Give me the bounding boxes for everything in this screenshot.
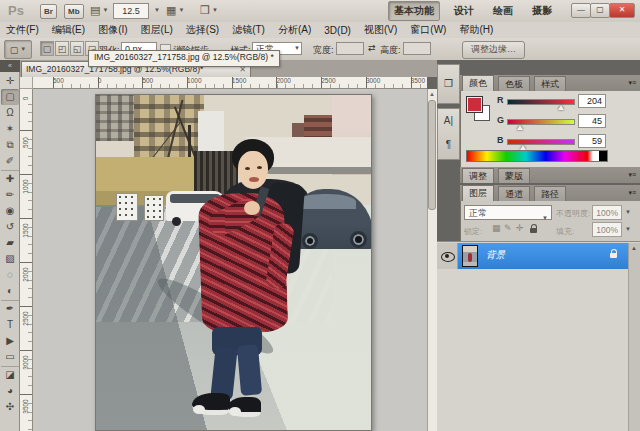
selection-mode-0[interactable]: ▢	[40, 41, 54, 56]
workspace-button-0[interactable]: 基本功能	[388, 1, 440, 21]
brush-tool[interactable]: ✏	[1, 187, 19, 203]
selection-mode-2[interactable]: ◱	[70, 41, 84, 56]
tab-color[interactable]: 颜色	[462, 75, 494, 91]
slider-marker[interactable]	[558, 105, 564, 110]
history-panel-icon[interactable]: ❐	[437, 64, 460, 104]
blend-mode-select[interactable]: 正常▼	[464, 205, 552, 220]
zoom-dropdown-icon[interactable]: ▼	[152, 4, 160, 17]
height-input[interactable]	[403, 42, 431, 55]
menu-item-6[interactable]: 分析(A)	[278, 23, 311, 37]
zoom-level-box[interactable]: 12.5	[113, 3, 149, 19]
screen-mode-icon[interactable]: ❒▼	[200, 4, 218, 17]
lock-transparent-icon[interactable]: ▦	[492, 223, 501, 233]
menu-item-7[interactable]: 3D(D)	[324, 25, 351, 36]
lock-all-icon[interactable]	[530, 228, 537, 233]
lock-image-icon[interactable]: ✎	[504, 223, 512, 233]
red-slider[interactable]	[507, 99, 575, 105]
opacity-value[interactable]: 100%	[592, 205, 622, 220]
refine-edge-button[interactable]: 调整边缘…	[462, 41, 525, 59]
crop-tool[interactable]: ⧉	[1, 137, 19, 153]
3d-rotate-tool[interactable]: ◪	[1, 366, 19, 383]
move-tool[interactable]: ✛	[1, 73, 19, 89]
eyedropper-tool[interactable]: ✐	[1, 153, 19, 169]
layers-scrollbar[interactable]	[628, 243, 640, 431]
canvas-scrollbar-thumb[interactable]	[428, 100, 436, 210]
panel-menu-icon[interactable]: ▾≡	[620, 171, 636, 179]
character-panel-icon[interactable]: A|	[438, 109, 459, 133]
eye-icon[interactable]	[441, 252, 455, 262]
panel-menu-icon[interactable]: ▾≡	[620, 79, 636, 87]
workspace-overflow-button[interactable]: »	[545, 4, 551, 16]
blue-value[interactable]: 59	[578, 134, 606, 148]
menu-item-3[interactable]: 图层(L)	[141, 23, 173, 37]
tab-swatches[interactable]: 色板	[498, 76, 530, 91]
tab-adjustments[interactable]: 调整	[462, 168, 494, 183]
menu-item-10[interactable]: 帮助(H)	[459, 23, 493, 37]
selection-mode-1[interactable]: ◰	[55, 41, 69, 56]
lock-position-icon[interactable]: ✛	[516, 223, 524, 233]
layer-row-background[interactable]	[458, 243, 628, 269]
layer-visibility-cell[interactable]	[437, 243, 458, 269]
healing-brush-tool[interactable]: ✚	[1, 170, 19, 187]
dodge-tool[interactable]: ◐	[1, 283, 19, 299]
paragraph-panel-icon[interactable]: ¶	[438, 133, 459, 157]
lasso-tool[interactable]: Ω	[1, 105, 19, 121]
workspace-button-3[interactable]: 摄影	[527, 2, 557, 20]
clone-stamp-tool[interactable]: ◉	[1, 203, 19, 219]
layer-thumbnail[interactable]	[462, 245, 478, 267]
arrange-documents-icon[interactable]: ▦▼	[166, 4, 184, 17]
menu-item-1[interactable]: 编辑(E)	[52, 23, 85, 37]
minimize-button[interactable]: —	[571, 3, 591, 18]
magic-wand-tool[interactable]: ✶	[1, 121, 19, 137]
workspace-button-1[interactable]: 设计	[449, 2, 479, 20]
panel-menu-icon[interactable]: ▾≡	[620, 189, 636, 197]
tab-masks[interactable]: 蒙版	[498, 168, 530, 183]
height-label: 高度:	[380, 44, 401, 57]
green-value[interactable]: 45	[578, 114, 606, 128]
hand-tool[interactable]: ✣	[1, 399, 19, 415]
color-spectrum-ramp[interactable]	[466, 150, 608, 162]
blur-tool[interactable]: ◌	[1, 267, 19, 283]
photoshop-logo: Ps	[8, 3, 24, 18]
fill-value[interactable]: 100%	[592, 222, 622, 237]
tab-layers[interactable]: 图层	[462, 185, 494, 201]
blue-slider[interactable]	[507, 139, 575, 145]
menu-item-5[interactable]: 滤镜(T)	[232, 23, 265, 37]
eraser-tool[interactable]: ▰	[1, 235, 19, 251]
h-ruler-label-6: 2500	[321, 77, 335, 84]
h-ruler-label-2: 500	[142, 77, 153, 84]
tab-styles[interactable]: 样式	[534, 76, 566, 91]
document-canvas[interactable]	[95, 94, 372, 431]
history-brush-tool[interactable]: ↺	[1, 219, 19, 235]
path-selection-tool[interactable]: ▶	[1, 333, 19, 349]
menu-item-8[interactable]: 视图(V)	[364, 23, 397, 37]
foreground-color-swatch[interactable]	[466, 96, 483, 113]
tools-panel-header[interactable]: «	[0, 60, 20, 72]
width-input[interactable]	[336, 42, 364, 55]
marquee-tool-preset[interactable]: ▢▼	[4, 40, 32, 59]
scroll-up-icon[interactable]: ▲	[427, 89, 437, 99]
menu-item-4[interactable]: 选择(S)	[186, 23, 219, 37]
shape-tool[interactable]: ▭	[1, 349, 19, 365]
workspace-button-2[interactable]: 绘画	[488, 2, 518, 20]
minibridge-button[interactable]: Mb	[64, 4, 84, 19]
maximize-button[interactable]: ▢	[590, 3, 610, 18]
slider-marker[interactable]	[517, 125, 523, 130]
menu-item-0[interactable]: 文件(F)	[6, 23, 39, 37]
rectangular-marquee-tool[interactable]: ▢	[1, 89, 19, 105]
tab-paths[interactable]: 路径	[534, 186, 566, 201]
menu-item-9[interactable]: 窗口(W)	[410, 23, 446, 37]
bridge-button[interactable]: Br	[40, 4, 57, 19]
view-extras-icon[interactable]: ▤▼	[90, 4, 108, 17]
green-slider[interactable]	[507, 119, 575, 125]
scroll-up-icon[interactable]: ▲	[628, 243, 640, 253]
red-value[interactable]: 204	[578, 94, 606, 108]
tab-channels[interactable]: 通道	[498, 186, 530, 201]
menu-item-2[interactable]: 图像(I)	[98, 23, 127, 37]
type-tool[interactable]: T	[1, 317, 19, 333]
3d-orbit-tool[interactable]: ◕	[1, 383, 19, 399]
pen-tool[interactable]: ✒	[1, 300, 19, 317]
swap-dimensions-icon[interactable]: ⇄	[368, 43, 376, 53]
gradient-tool[interactable]: ▧	[1, 251, 19, 267]
close-button[interactable]: ✕	[609, 3, 635, 18]
